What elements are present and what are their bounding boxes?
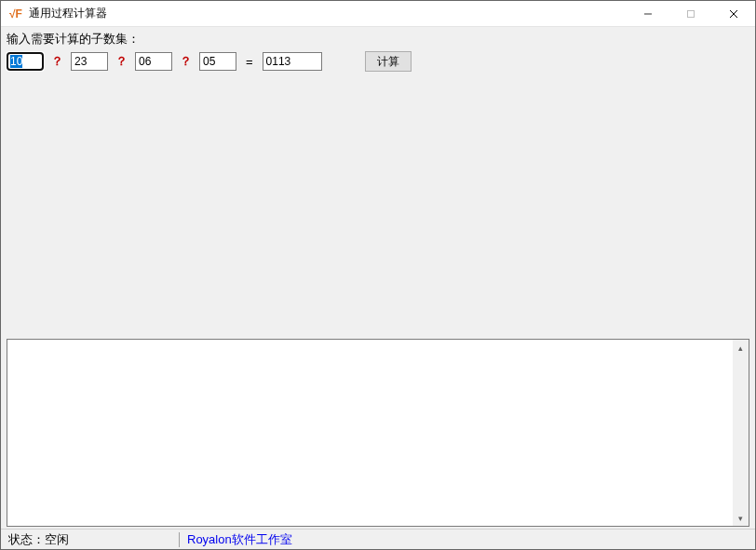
prompt-label: 输入需要计算的子数集： (1, 27, 755, 49)
calculate-button[interactable]: 计算 (365, 51, 412, 72)
title-bar: √F 通用过程计算器 (1, 1, 755, 27)
input-a[interactable] (7, 52, 44, 71)
app-icon: √F (8, 7, 23, 21)
equals-sign: = (242, 55, 257, 69)
minimize-button[interactable] (627, 1, 669, 27)
status-state: 状态：空闲 (1, 530, 76, 549)
client-area: 输入需要计算的子数集： ？ ？ ？ = 计算 ▴ ▾ 状态：空闲 Royalon… (1, 27, 755, 549)
input-row: ？ ？ ？ = 计算 (1, 49, 755, 77)
empty-area (1, 77, 755, 339)
scroll-up-icon[interactable]: ▴ (733, 340, 749, 355)
output-textarea[interactable] (7, 340, 733, 526)
operator-2: ？ (114, 53, 129, 70)
status-credit-cell: Royalon软件工作室 (180, 530, 300, 549)
input-d[interactable] (199, 52, 236, 71)
output-scrollbar[interactable]: ▴ ▾ (733, 340, 749, 526)
svg-rect-2 (688, 10, 695, 17)
input-b[interactable] (71, 52, 108, 71)
input-result[interactable] (263, 52, 322, 71)
input-c[interactable] (135, 52, 172, 71)
operator-3: ？ (178, 53, 194, 70)
scroll-down-icon[interactable]: ▾ (733, 510, 749, 526)
status-bar: 状态：空闲 Royalon软件工作室 (1, 529, 755, 549)
svg-text:√F: √F (9, 7, 22, 20)
operator-1: ？ (49, 53, 65, 70)
window-title: 通用过程计算器 (29, 6, 107, 21)
close-button[interactable] (712, 1, 755, 27)
output-panel: ▴ ▾ (7, 339, 749, 527)
credit-link[interactable]: Royalon软件工作室 (187, 531, 292, 548)
maximize-button[interactable] (669, 1, 712, 27)
